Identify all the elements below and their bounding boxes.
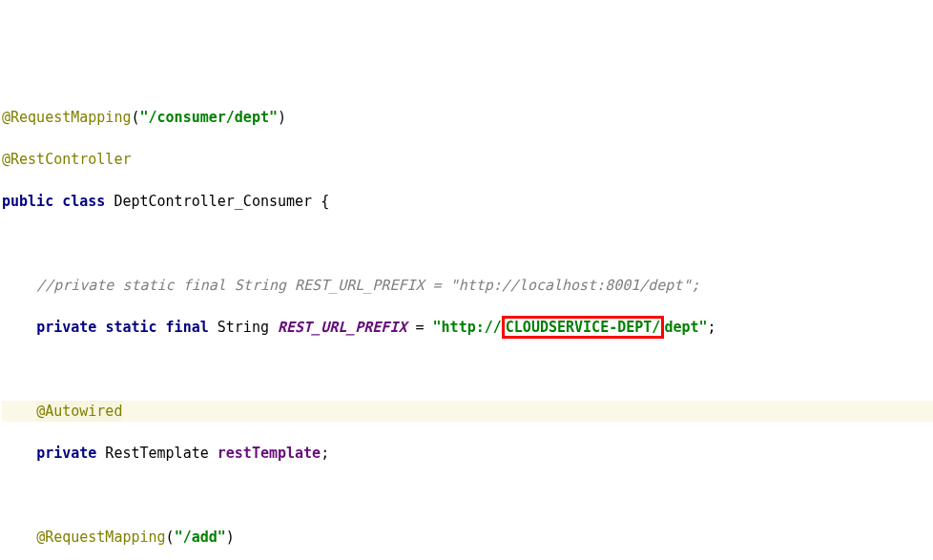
constant: REST_URL_PREFIX [278, 319, 406, 336]
code-editor[interactable]: @RequestMapping("/consumer/dept") @RestC… [0, 84, 933, 560]
field-name: restTemplate [218, 445, 321, 462]
annotation-autowired: @Autowired [36, 401, 122, 422]
string-literal: "/add" [175, 529, 226, 546]
code-line [2, 359, 933, 380]
comment: //private static final String REST_URL_P… [36, 277, 699, 294]
keyword: public [2, 193, 53, 210]
string-literal: "/consumer/dept" [140, 109, 279, 126]
keyword: final [166, 319, 209, 336]
highlighted-service-name: CLOUDSERVICE-DEPT/ [502, 316, 665, 339]
code-line: private static final String REST_URL_PRE… [2, 317, 933, 338]
code-line: public class DeptController_Consumer { [2, 191, 933, 212]
code-line [2, 485, 933, 506]
string-literal: "http:// [433, 319, 502, 336]
code-line: @Autowired [2, 401, 933, 422]
keyword: static [105, 319, 156, 336]
string-literal: dept" [664, 319, 707, 336]
keyword: private [36, 445, 96, 462]
annotation: @RequestMapping [2, 109, 131, 126]
keyword: private [36, 319, 96, 336]
annotation: @RestController [2, 151, 131, 168]
code-line: @RequestMapping("/add") [2, 527, 933, 548]
code-line: private RestTemplate restTemplate; [2, 443, 933, 464]
code-line: //private static final String REST_URL_P… [2, 275, 933, 296]
code-line: @RequestMapping("/consumer/dept") [2, 107, 933, 128]
code-line: @RestController [2, 149, 933, 170]
keyword: class [62, 193, 105, 210]
annotation: @RequestMapping [36, 529, 165, 546]
code-line [2, 233, 933, 254]
